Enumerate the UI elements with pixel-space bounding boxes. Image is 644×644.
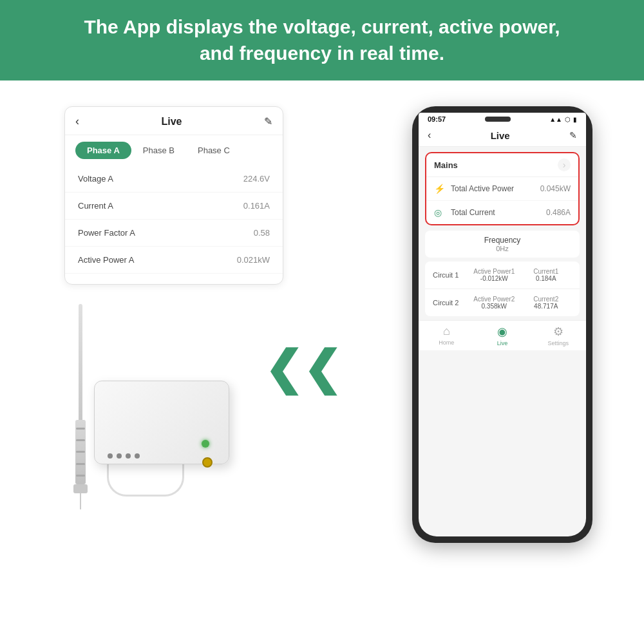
antenna-cable: [80, 493, 81, 509]
settings-nav-icon: ⚙: [553, 325, 564, 339]
small-data-row-pf: Power Factor A 0.58: [65, 220, 283, 247]
circuit-1-current: Current1 0.184A: [520, 268, 573, 282]
phone-screen: ‹ Live ✎ Mains › ⚡ Total Active Power 0.…: [419, 124, 586, 536]
antenna-thin: [79, 304, 82, 420]
mains-row-power: ⚡ Total Active Power 0.045kW: [426, 177, 578, 201]
circuit-2-name: Circuit 2: [433, 299, 468, 307]
big-app-header: ‹ Live ✎: [419, 124, 586, 147]
circuit-2-power: Active Power2 0.358kW: [468, 296, 520, 310]
port-3: [126, 453, 131, 459]
antenna-ring-2: [76, 439, 85, 441]
mains-header[interactable]: Mains ›: [426, 153, 578, 177]
circuit-row-1: Circuit 1 Active Power1 -0.012kW Current…: [425, 261, 580, 289]
nav-settings[interactable]: ⚙ Settings: [530, 325, 586, 346]
small-data-row-voltage: Voltage A 224.6V: [65, 166, 283, 193]
bottom-nav: ⌂ Home ◉ Live ⚙ Settings: [419, 320, 586, 350]
phase-tab-a[interactable]: Phase A: [75, 142, 131, 159]
phone-outer: 09:57 ▲▲ ⬡ ▮ ‹ Live ✎: [412, 106, 592, 543]
antenna-ring-3: [76, 451, 85, 453]
phone-status-icons: ▲▲ ⬡ ▮: [549, 116, 577, 123]
antenna-ring-4: [76, 463, 85, 465]
phase-tab-b[interactable]: Phase B: [131, 142, 186, 159]
center-arrow: ❮❮: [264, 345, 341, 392]
device-ports: [108, 453, 140, 459]
total-active-power-value: 0.045kW: [540, 184, 571, 193]
total-current-label: Total Current: [451, 208, 546, 217]
antenna-body: [75, 420, 86, 484]
big-app-edit[interactable]: ✎: [569, 130, 577, 140]
header-banner: The App displays the voltage, current, a…: [0, 0, 644, 80]
antenna-ring-5: [76, 475, 85, 477]
small-app-mockup: ‹ Live ✎ Phase A Phase B Phase C Voltage…: [64, 106, 283, 285]
main-content: ‹ Live ✎ Phase A Phase B Phase C Voltage…: [0, 80, 644, 634]
phone-time: 09:57: [428, 115, 446, 123]
small-app-edit[interactable]: ✎: [264, 115, 272, 128]
device-connector: [202, 457, 213, 468]
nav-home[interactable]: ⌂ Home: [419, 325, 475, 346]
small-app-back[interactable]: ‹: [75, 115, 79, 128]
home-nav-label: Home: [439, 339, 454, 346]
big-app-title: Live: [491, 130, 510, 141]
small-data-row-current: Current A 0.161A: [65, 193, 283, 220]
small-app-title: Live: [161, 116, 182, 128]
device-led: [202, 440, 209, 448]
right-side: 09:57 ▲▲ ⬡ ▮ ‹ Live ✎: [380, 106, 625, 543]
circuit-row-2: Circuit 2 Active Power2 0.358kW Current2…: [425, 289, 580, 316]
circuit-section: Circuit 1 Active Power1 -0.012kW Current…: [425, 261, 580, 316]
port-4: [135, 453, 140, 459]
nav-live[interactable]: ◉ Live: [475, 325, 531, 346]
circuit-1-name: Circuit 1: [433, 271, 468, 279]
chevron-left-icon: ❮❮: [264, 343, 341, 394]
phone-notch: [485, 117, 511, 122]
small-data-row-power: Active Power A 0.021kW: [65, 247, 283, 274]
device-box-container: [94, 381, 229, 497]
circuit-2-current: Current2 48.717A: [520, 296, 573, 310]
circuit-1-power: Active Power1 -0.012kW: [468, 268, 520, 282]
power-icon: ⚡: [434, 184, 446, 194]
live-nav-label: Live: [497, 340, 508, 346]
frequency-label: Frequency: [433, 236, 572, 245]
mains-title: Mains: [434, 160, 458, 170]
device-area: [73, 304, 229, 522]
antenna: [73, 304, 88, 509]
port-2: [117, 453, 122, 459]
frequency-section: Frequency 0Hz: [425, 231, 580, 258]
mains-row-current: ◎ Total Current 0.486A: [426, 201, 578, 224]
wifi-icon: ⬡: [565, 116, 571, 123]
device-cable: [107, 464, 184, 497]
phase-tab-c[interactable]: Phase C: [186, 142, 242, 159]
mains-card: Mains › ⚡ Total Active Power 0.045kW ◎ T…: [425, 152, 580, 225]
left-side: ‹ Live ✎ Phase A Phase B Phase C Voltage…: [19, 106, 290, 522]
home-nav-icon: ⌂: [443, 325, 450, 338]
header-title: The App displays the voltage, current, a…: [26, 14, 618, 66]
battery-icon: ▮: [573, 116, 577, 123]
port-1: [108, 453, 113, 459]
mains-chevron-icon[interactable]: ›: [558, 158, 571, 171]
signal-icon: ▲▲: [549, 116, 562, 123]
current-icon: ◎: [434, 207, 446, 218]
small-app-header: ‹ Live ✎: [65, 115, 283, 135]
settings-nav-label: Settings: [547, 340, 569, 346]
antenna-foot: [73, 484, 88, 493]
phase-tabs: Phase A Phase B Phase C: [65, 135, 283, 166]
frequency-value: 0Hz: [433, 245, 572, 252]
phone-status-bar: 09:57 ▲▲ ⬡ ▮: [419, 113, 586, 124]
antenna-ring-1: [76, 428, 85, 430]
total-active-power-label: Total Active Power: [451, 184, 540, 193]
live-nav-icon: ◉: [497, 325, 507, 339]
total-current-value: 0.486A: [546, 208, 571, 217]
device-box: [94, 381, 229, 464]
big-app-back[interactable]: ‹: [428, 129, 431, 141]
